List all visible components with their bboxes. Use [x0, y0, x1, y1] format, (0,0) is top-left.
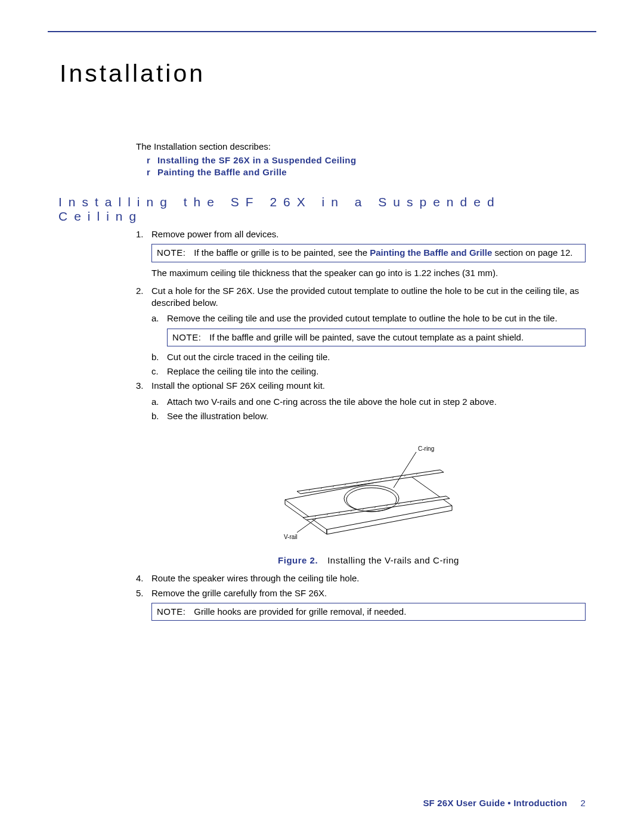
figure-label-vrail: V-rail: [284, 534, 298, 540]
figure-label-cring: C-ring: [418, 445, 434, 452]
step-number: 4.: [136, 572, 144, 584]
substep-text: See the illustration below.: [167, 411, 268, 421]
step-4: 4. Route the speaker wires through the c…: [136, 572, 586, 584]
bullet-icon: r: [147, 155, 157, 165]
step-number: 2.: [136, 285, 144, 297]
substep-letter: c.: [151, 366, 159, 377]
note-box-1: NOTE:If the baffle or grille is to be pa…: [151, 244, 586, 262]
step-5: 5. Remove the grille carefully from the …: [136, 587, 586, 621]
substep-letter: a.: [151, 396, 159, 408]
substep-letter: b.: [151, 351, 159, 363]
note-box-3: NOTE:Grille hooks are provided for grill…: [151, 603, 586, 621]
figure-number: Figure 2.: [278, 555, 318, 565]
section-heading: Installing the SF 26X in a Suspended Cei…: [58, 195, 586, 224]
substep-letter: a.: [151, 312, 159, 324]
step-2b: b. Cut out the circle traced in the ceil…: [151, 351, 586, 363]
note-label: NOTE:: [157, 606, 185, 617]
note-text: Grille hooks are provided for grille rem…: [194, 606, 406, 617]
step-number: 3.: [136, 380, 144, 392]
figure-2: C-ring V-rail: [151, 434, 586, 547]
substep-text: Attach two V-rails and one C-ring across…: [167, 397, 497, 407]
note-label: NOTE:: [157, 247, 185, 258]
step-3a: a. Attach two V-rails and one C-ring acr…: [151, 396, 586, 408]
svg-line-23: [297, 519, 316, 532]
step-text: Cut a hole for the SF 26X. Use the provi…: [151, 286, 579, 308]
substep-text: Replace the ceiling tile into the ceilin…: [167, 366, 318, 376]
note-link-painting[interactable]: Painting the Baffle and Grille: [370, 247, 492, 258]
substep-letter: b.: [151, 410, 159, 422]
figure-caption-text: Installing the V-rails and C-ring: [327, 555, 459, 565]
footer-text: SF 26X User Guide • Introduction: [423, 798, 567, 808]
max-thickness-text: The maximum ceiling tile thickness that …: [151, 267, 586, 279]
step-text: Route the speaker wires through the ceil…: [151, 573, 360, 583]
toc-item-painting[interactable]: rPainting the Baffle and Grille: [147, 167, 586, 177]
step-2: 2. Cut a hole for the SF 26X. Use the pr…: [136, 285, 586, 378]
note-text-pre: If the baffle or grille is to be painted…: [194, 247, 370, 258]
substep-text: Cut out the circle traced in the ceiling…: [167, 352, 330, 362]
step-text: Remove power from all devices.: [151, 229, 278, 239]
step-number: 5.: [136, 587, 144, 599]
step-3-substeps: a. Attach two V-rails and one C-ring acr…: [151, 396, 586, 423]
note-label: NOTE:: [172, 332, 201, 342]
step-3b: b. See the illustration below.: [151, 410, 586, 422]
page-content: Installation The Installation section de…: [0, 0, 644, 621]
toc-label: Installing the SF 26X in a Suspended Cei…: [157, 155, 357, 165]
step-3: 3. Install the optional SF 26X ceiling m…: [136, 380, 586, 566]
substep-text: Remove the ceiling tile and use the prov…: [167, 313, 558, 323]
note-text: If the baffle and grille will be painted…: [209, 332, 524, 342]
step-number: 1.: [136, 228, 144, 240]
toc-item-install[interactable]: rInstalling the SF 26X in a Suspended Ce…: [147, 155, 586, 165]
page-footer: SF 26X User Guide • Introduction 2: [423, 798, 586, 808]
step-2a: a. Remove the ceiling tile and use the p…: [151, 312, 586, 346]
chapter-title: Installation: [60, 60, 586, 88]
bullet-icon: r: [147, 167, 157, 177]
body-block: The Installation section describes: rIns…: [136, 141, 586, 621]
page-top-rule: [48, 31, 596, 32]
toc-label: Painting the Baffle and Grille: [157, 167, 287, 177]
step-1: 1. Remove power from all devices. NOTE:I…: [136, 228, 586, 279]
step-text: Install the optional SF 26X ceiling moun…: [151, 380, 325, 391]
note-box-2: NOTE:If the baffle and grille will be pa…: [167, 329, 586, 346]
figure-caption: Figure 2.Installing the V-rails and C-ri…: [151, 555, 586, 566]
install-steps: 1. Remove power from all devices. NOTE:I…: [136, 228, 586, 621]
intro-text: The Installation section describes:: [136, 141, 586, 151]
step-2-substeps: a. Remove the ceiling tile and use the p…: [151, 312, 586, 377]
vrails-cring-illustration: C-ring V-rail: [261, 434, 476, 547]
note-text-post: section on page 12.: [492, 247, 572, 258]
step-text: Remove the grille carefully from the SF …: [151, 588, 327, 598]
step-2c: c. Replace the ceiling tile into the cei…: [151, 366, 586, 377]
page-number: 2: [580, 798, 586, 808]
